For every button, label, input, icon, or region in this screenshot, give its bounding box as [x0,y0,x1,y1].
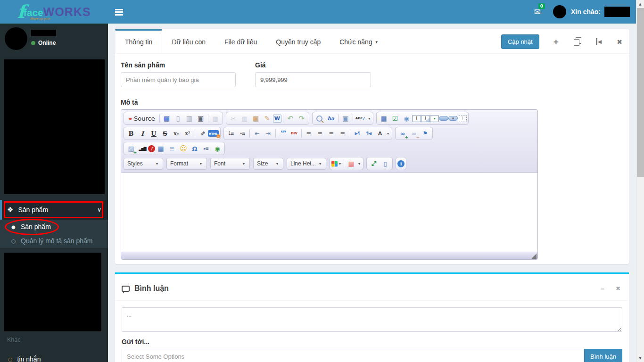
step-backward-icon[interactable]: ◀ [596,38,602,45]
text-field-icon[interactable]: I [412,115,421,122]
link-icon[interactable]: ∞ [397,128,408,139]
sidebar-item-san-pham[interactable]: ❖ Sản phẩm ∨ [0,200,108,220]
close-icon[interactable]: ✖ [616,285,620,293]
format-select[interactable]: Format▾ [166,158,207,170]
select-field-icon[interactable]: ▾ [430,115,439,122]
page-break-icon[interactable]: ▸≣ [200,143,212,154]
submenu-item-san-pham[interactable]: ● Sản phẩm [0,220,108,234]
size-select[interactable]: Size▾ [253,158,283,170]
language-icon[interactable]: A [374,128,386,139]
textarea-icon[interactable]: I [421,115,430,122]
div-container-icon[interactable]: DIV [289,128,300,139]
update-button[interactable]: Cập nhật [501,34,539,49]
form-icon[interactable]: ▦ [378,113,389,124]
brand-logo[interactable]: f face WORKS Move up your [0,0,108,24]
bg-color-icon[interactable]: ▦ [346,158,357,169]
unlink-icon[interactable]: ∞ [408,128,420,139]
comment-message-input[interactable] [122,307,622,332]
sidebar-item-tin-nhan[interactable]: ○ tin nhắn [0,351,108,362]
avatar[interactable] [553,5,566,18]
messages-icon[interactable]: ✉0 [534,7,541,16]
align-justify-icon[interactable]: ≡ [337,128,348,139]
templates-icon[interactable]: ▥ [210,113,221,124]
underline-icon[interactable]: U [148,128,159,139]
replace-icon[interactable]: ba [325,113,337,124]
line-height-select[interactable]: Line Hei...▾ [287,158,326,170]
undo-icon[interactable]: ↶ [285,113,296,124]
table-icon[interactable]: ▦ [155,143,166,154]
subscript-icon[interactable]: x₂ [171,128,182,139]
copy-icon[interactable]: ▥ [239,113,250,124]
anchor-icon[interactable]: ⚑ [420,128,431,139]
new-page-icon[interactable]: ▯ [173,113,184,124]
tab-chuc-nang[interactable]: Chức năng▾ [330,29,387,53]
numbered-list-icon[interactable]: 1≣ [225,128,237,139]
italic-icon[interactable]: I [137,128,148,139]
cut-icon[interactable]: ✂ [228,113,239,124]
iframe-icon[interactable]: ◉ [212,143,223,154]
spellcheck-icon[interactable]: ABC [355,113,367,124]
align-center-icon[interactable]: ≡ [314,128,326,139]
product-name-input[interactable] [121,72,236,87]
styles-select[interactable]: Styles▾ [124,158,163,170]
page-scrollbar[interactable]: ▲ ▼ [636,0,644,362]
image-icon[interactable]: ▨ [125,143,137,154]
add-record-icon[interactable]: + [553,37,559,47]
align-left-icon[interactable]: ≡ [303,128,314,139]
checkbox-icon[interactable]: ☑ [389,113,401,124]
user-avatar[interactable] [5,27,27,50]
editor-content-area[interactable] [121,173,537,252]
font-select[interactable]: Font▾ [210,158,250,170]
chart-icon[interactable]: ▂▅▇ [137,143,148,154]
about-icon[interactable]: i [397,160,405,167]
remove-format-icon[interactable]: HTML [208,130,219,137]
close-icon[interactable]: ✖ [617,38,622,46]
scroll-up-icon[interactable]: ▲ [636,0,644,8]
source-button[interactable]: ◂▸Source [125,113,158,124]
bold-icon[interactable]: B [125,128,137,139]
indent-icon[interactable]: ⇥ [263,128,274,139]
select-all-icon[interactable]: ▣ [340,113,351,124]
special-char-icon[interactable]: Ω [189,143,200,154]
radio-icon[interactable]: ◉ [401,113,412,124]
scroll-down-icon[interactable]: ▼ [636,354,644,362]
paste-icon[interactable]: ▤ [250,113,262,124]
superscript-icon[interactable]: x² [182,128,193,139]
collapse-icon[interactable]: − [601,285,604,293]
sidebar-toggle-icon[interactable] [115,8,126,16]
paste-word-icon[interactable]: W [273,115,281,123]
blockquote-icon[interactable]: ”” [277,128,289,139]
strikethrough-icon[interactable]: S [159,128,171,139]
recipient-select-input[interactable] [122,349,584,362]
print-icon[interactable]: ▣ [195,113,206,124]
image-button-icon[interactable] [448,116,458,121]
save-icon[interactable]: ▤ [161,113,173,124]
flash-icon[interactable]: f [148,145,155,152]
tab-file-du-lieu[interactable]: File dữ liệu [215,29,266,53]
redo-icon[interactable]: ↷ [296,113,307,124]
copy-formatting-icon[interactable]: ✎ [197,128,208,139]
bidi-ltr-icon[interactable]: ▶¶ [352,128,363,139]
bulleted-list-icon[interactable]: •≣ [237,128,248,139]
copy-record-icon[interactable] [574,38,581,46]
scrollbar-thumb[interactable] [637,8,644,177]
resize-handle-icon[interactable] [531,254,537,259]
smiley-icon[interactable]: ☺ [178,143,189,154]
submit-comment-button[interactable]: Bình luận [584,349,622,362]
price-input[interactable] [255,72,371,87]
text-color-icon[interactable] [331,161,338,167]
tab-du-lieu-con[interactable]: Dữ liệu con [162,29,215,53]
preview-icon[interactable]: ▥ [184,113,195,124]
button-field-icon[interactable] [439,116,448,121]
find-icon[interactable] [314,113,325,124]
submenu-item-quan-ly-mo-ta[interactable]: ○ Quản lý mô tả sản phẩm [0,234,108,248]
outdent-icon[interactable]: ⇤ [251,128,263,139]
hidden-field-icon[interactable]: I [458,115,467,122]
tab-quyen-truy-cap[interactable]: Quyền truy cập [266,29,330,53]
tab-thong-tin[interactable]: Thông tin [115,29,162,53]
align-right-icon[interactable]: ≡ [326,128,337,139]
bidi-rtl-icon[interactable]: ¶◀ [363,128,374,139]
horizontal-rule-icon[interactable]: ≡ [166,143,178,154]
maximize-icon[interactable]: ⤢ [368,158,380,169]
paste-text-icon[interactable]: ✎ [262,113,273,124]
